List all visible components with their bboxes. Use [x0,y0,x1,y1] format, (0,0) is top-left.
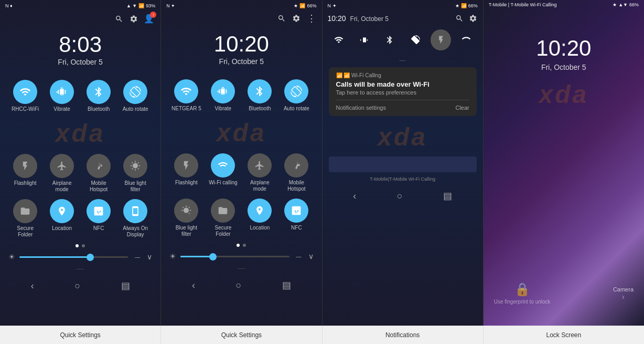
tile-wificalling-2[interactable]: Wi-Fi calling [208,153,238,192]
notif-settings-btn[interactable]: Notification settings [336,105,386,111]
tile-airplane-1[interactable]: Airplane mode [47,154,77,193]
home-btn-2[interactable]: ○ [235,280,241,291]
tile-hotspot-1[interactable]: Mobile Hotspot [83,154,114,193]
search-icon-1[interactable] [114,14,124,24]
slider-fill-1 [19,256,90,258]
recent-btn-2[interactable]: ▤ [282,279,291,291]
tile-securefolder-2[interactable]: Secure Folder [208,199,238,237]
notif-clear-btn[interactable]: Clear [455,105,469,111]
handle-bar-2: — [161,263,321,273]
screen-notifications: N ✦ ★ 📶 66% 10:20 Fri, October 5 [323,0,484,326]
search-icon-2[interactable] [277,14,286,23]
search-icon-3[interactable] [455,14,464,23]
wifi-icon-1: 📶 [138,3,144,8]
tile-location-2[interactable]: Location [244,199,275,237]
tile-icon-airplane-2[interactable] [248,153,272,178]
notif-tile-flashlight[interactable] [431,29,451,50]
tile-aod-1[interactable]: Always On Display [120,199,151,238]
back-btn-2[interactable]: ‹ [192,280,195,291]
notif-tile-autorotate[interactable] [405,29,426,50]
tile-icon-aod-1[interactable] [123,199,147,223]
notif-tile-wifi[interactable] [329,29,349,50]
more-icon-2[interactable]: ⋮ [306,14,316,23]
gear-icon-1[interactable] [129,14,138,24]
tile-icon-bluetooth-2[interactable] [248,79,272,103]
tile-wifi-1[interactable]: RHCC-WiFi [10,80,40,112]
tile-icon-location-1[interactable] [50,199,74,223]
lock-date: Fri, October 5 [484,63,644,71]
tile-autorotate-1[interactable]: Auto rotate [120,80,151,112]
tile-vibrate-1[interactable]: Vibrate [47,80,77,112]
slider-thumb-2[interactable] [209,253,217,260]
tile-icon-flashlight-1[interactable] [13,154,37,178]
slider-thumb-1[interactable] [87,254,94,261]
notification-badge-1[interactable]: 👤 ! [144,14,154,24]
screen-quick-settings-2: N ✦ ★ 📶 66% ⋮ 10:20 Fri, October 5 [161,0,322,326]
tile-icon-vibrate-2[interactable] [211,79,235,103]
tile-hotspot-2[interactable]: Mobile Hotspot [281,153,312,192]
notif-tile-wificalling[interactable] [456,29,477,50]
brightness-slider-2[interactable] [180,256,289,257]
tile-icon-location-2[interactable] [248,199,272,223]
back-btn-1[interactable]: ‹ [31,280,34,291]
tile-icon-nfc-2[interactable] [284,199,308,223]
tile-securefolder-1[interactable]: Secure Folder [10,199,40,238]
tile-wifi-2[interactable]: NETGEAR 5 [171,79,201,112]
tile-bluetooth-1[interactable]: Bluetooth [83,80,114,112]
tile-bluelight-2[interactable]: Blue light filter [171,199,201,237]
lock-unlock-area[interactable]: 🔒 Use fingerprint to unlock [494,282,551,305]
tile-icon-autorotate-2[interactable] [284,79,308,103]
tile-bluelight-1[interactable]: Blue light filter [120,154,151,193]
wifi-icon-2: 📶 [299,3,305,8]
tile-icon-wifi-1[interactable] [13,80,37,104]
nav-bar-2: ‹ ○ ▤ [161,275,321,295]
tile-icon-bluetooth-1[interactable] [87,80,111,104]
tile-icon-wifi-2[interactable] [174,79,198,103]
tile-icon-hotspot-1[interactable] [87,154,111,178]
notification-card[interactable]: 📶 📶 Wi-Fi Calling Calls will be made ove… [329,67,477,116]
tile-icon-autorotate-1[interactable] [123,80,147,104]
tile-flashlight-2[interactable]: Flashlight [171,153,201,192]
brightness-slider-1[interactable] [19,256,128,258]
tile-icon-nfc-1[interactable] [87,199,111,223]
tile-bluetooth-2[interactable]: Bluetooth [244,79,275,112]
tile-icon-securefolder-1[interactable] [13,199,37,223]
tile-icon-flashlight-2[interactable] [174,153,198,178]
tile-icon-securefolder-2[interactable] [211,199,235,223]
tile-icon-vibrate-1[interactable] [50,80,74,104]
chevron-icon-1[interactable]: ∨ [147,253,152,261]
date-2: Fri, October 5 [161,57,321,66]
recent-btn-3[interactable]: ▤ [443,190,452,202]
gear-icon-3[interactable] [468,14,478,23]
back-btn-3[interactable]: ‹ [353,191,356,202]
tile-label-nfc-1: NFC [93,225,104,232]
tile-icon-wificalling-2[interactable] [211,153,235,178]
tile-nfc-2[interactable]: NFC [281,199,312,237]
tile-vibrate-2[interactable]: Vibrate [208,79,238,112]
lock-camera-arrow: › [613,293,634,301]
time-2: 10:20 [161,33,321,55]
tile-autorotate-2[interactable]: Auto rotate [281,79,312,112]
home-btn-3[interactable]: ○ [397,191,403,202]
chevron-icon-2[interactable]: ∨ [308,252,314,260]
lock-camera-area[interactable]: Camera › [613,286,634,301]
battery-2: 66% [307,3,316,8]
gear-icon-2[interactable] [292,14,301,23]
tile-icon-bluelight-1[interactable] [123,154,147,178]
tile-icon-bluelight-2[interactable] [174,199,198,223]
lock-status-bar: T-Mobile | T-Mobile Wi-Fi Calling ★ ▲▼ 6… [484,0,644,9]
tile-location-1[interactable]: Location [47,199,77,238]
tiles-row-2-2: Flashlight Wi-Fi calling Airplane mode M… [161,150,321,195]
status-left-1: N ♦ [5,3,13,8]
tile-nfc-1[interactable]: NFC [83,199,114,238]
recent-btn-1[interactable]: ▤ [121,280,130,291]
tile-icon-hotspot-2[interactable] [284,153,308,178]
tile-flashlight-1[interactable]: Flashlight [10,154,40,193]
tile-icon-airplane-1[interactable] [50,154,74,178]
notif-tile-bluetooth[interactable] [380,29,400,50]
signal-icon-3: ★ [455,3,459,8]
home-btn-1[interactable]: ○ [74,280,80,291]
tile-airplane-2[interactable]: Airplane mode [244,153,275,192]
notif-tile-vibrate[interactable] [354,29,374,50]
caption-notif: Notifications [323,326,484,344]
